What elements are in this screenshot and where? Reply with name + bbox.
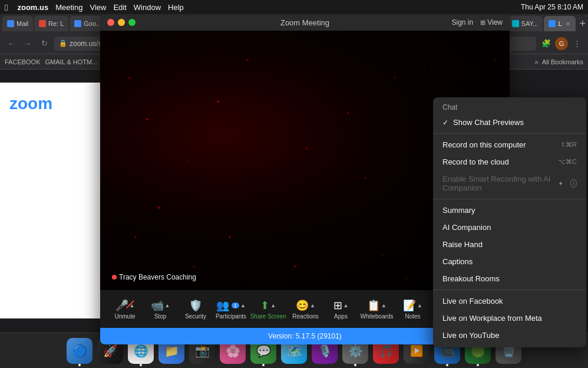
menu-show-chat-previews[interactable]: ✓ Show Chat Previews	[433, 114, 586, 131]
profile-icon[interactable]: G	[555, 37, 568, 50]
participants-chevron[interactable]: ▲	[240, 303, 246, 308]
menu-divider-1	[433, 133, 586, 134]
bookmark-gmail[interactable]: GMAIL & HOTM...	[45, 58, 98, 65]
notes-icon-row: 📝 ▲	[403, 299, 422, 312]
menu-view[interactable]: View	[90, 3, 106, 12]
share-screen-chevron[interactable]: ▲	[270, 303, 276, 308]
reactions-button[interactable]: 😊 ▲ Reactions	[288, 293, 323, 326]
participants-button[interactable]: 👥 1 ▲ Participants	[213, 293, 249, 326]
menu-divider-3	[433, 290, 586, 290]
dock-finder[interactable]: 🔵	[67, 338, 93, 364]
maximize-button[interactable]	[128, 19, 136, 26]
menu-ai-companion[interactable]: AI Companion	[433, 219, 586, 236]
apps-chevron[interactable]: ▲	[343, 303, 349, 308]
svg-point-13	[158, 206, 160, 209]
svg-point-20	[194, 266, 196, 268]
app-menu-zoomus[interactable]: zoom.us	[17, 3, 48, 12]
menu-meeting[interactable]: Meeting	[55, 3, 82, 12]
menu-raise-hand[interactable]: Raise Hand	[433, 236, 586, 253]
nav-forward[interactable]: →	[21, 37, 34, 50]
security-label: Security	[185, 313, 206, 320]
dock-finder-dot	[78, 364, 81, 366]
bookmark-facebook[interactable]: FACEBOOK	[5, 58, 41, 65]
all-bookmarks-link[interactable]: All Bookmarks	[542, 58, 583, 65]
menu-help[interactable]: Help	[168, 3, 184, 12]
apps-button[interactable]: ⊞ ▲ Apps	[323, 293, 359, 326]
close-button[interactable]	[107, 19, 114, 26]
svg-point-1	[170, 65, 171, 67]
svg-point-23	[135, 236, 137, 238]
whiteboards-button[interactable]: 📋 ▲ Whiteboards	[359, 293, 395, 326]
tab-mail[interactable]: Mail	[2, 16, 33, 31]
bookmark-gmail-label: GMAIL & HOTM...	[45, 58, 98, 65]
nav-back[interactable]: ←	[5, 37, 18, 50]
share-screen-icon: ⬆	[260, 299, 269, 312]
security-icon-row: 🛡️	[189, 299, 202, 312]
svg-point-22	[293, 265, 296, 268]
tab-l-active[interactable]: L ✕	[544, 16, 576, 31]
svg-point-5	[305, 147, 308, 150]
menubar-datetime: Thu Apr 25 8:10 AM	[521, 3, 583, 11]
stop-video-button[interactable]: 📹 ▲ Stop	[143, 293, 178, 326]
dock-zoom-dot	[446, 364, 448, 366]
menu-edit[interactable]: Edit	[113, 3, 126, 12]
zoom-window-title: Zoom Meeting	[280, 18, 329, 27]
svg-point-17	[229, 236, 231, 238]
browser-menu-icon[interactable]: ⋮	[570, 37, 583, 50]
menu-summary[interactable]: Summary	[433, 202, 586, 219]
unmute-button[interactable]: 🎤 ▲ Unmute	[107, 293, 143, 326]
minimize-button[interactable]	[118, 19, 125, 26]
menu-smart-recording: Enable Smart Recording with AI Companion…	[433, 170, 586, 196]
menu-divider-2	[433, 199, 586, 199]
share-screen-label: Share Screen	[250, 313, 286, 320]
stop-video-chevron[interactable]: ▲	[165, 303, 170, 308]
zoom-website-logo: zoom	[0, 83, 100, 119]
menu-record-computer[interactable]: Record on this computer ⇧⌘R	[433, 136, 586, 153]
mac-menubar-right: Thu Apr 25 8:10 AM	[521, 0, 583, 14]
expand-bookmarks-icon[interactable]: »	[535, 58, 539, 65]
notes-button[interactable]: 📝 ▲ Notes	[395, 293, 431, 326]
video-icon: 📹	[151, 299, 164, 312]
reactions-icon: 😊	[296, 299, 309, 312]
tab-rel[interactable]: Re: L	[34, 16, 68, 31]
version-text: Version: 5.17.5 (29101)	[268, 332, 342, 340]
menu-record-cloud[interactable]: Record to the cloud ⌥⌘C	[433, 153, 586, 170]
tab-close-icon[interactable]: ✕	[564, 20, 572, 27]
menu-breakout-rooms[interactable]: Breakout Rooms	[433, 270, 586, 287]
extensions-icon[interactable]: 🧩	[540, 37, 553, 50]
menu-live-facebook[interactable]: Live on Facebook	[433, 293, 586, 310]
security-button[interactable]: 🛡️ Security	[178, 293, 213, 326]
url-lock-icon: 🔒	[59, 40, 67, 47]
menu-live-workplace[interactable]: Live on Workplace from Meta	[433, 310, 586, 327]
new-tab-button[interactable]: +	[579, 18, 586, 30]
zoom-window-right-controls: Sign in ⊞ View	[452, 18, 503, 27]
zoom-sign-in[interactable]: Sign in	[452, 18, 474, 27]
menu-captions[interactable]: Captions	[433, 253, 586, 270]
reactions-label: Reactions	[292, 313, 318, 320]
share-screen-button[interactable]: ⬆ ▲ Share Screen	[249, 293, 288, 326]
stop-video-icon-row: 📹 ▲	[151, 299, 170, 312]
zoom-view-btn[interactable]: ⊞ View	[480, 18, 503, 27]
svg-point-7	[347, 113, 349, 114]
reactions-chevron[interactable]: ▲	[310, 303, 315, 308]
security-icon: 🛡️	[189, 299, 202, 312]
whiteboards-icon-row: 📋 ▲	[367, 299, 387, 312]
tab-say[interactable]: SAY...	[507, 16, 543, 31]
svg-point-26	[406, 278, 407, 279]
dock-messages-dot	[262, 364, 265, 366]
svg-point-4	[276, 83, 278, 84]
unmute-icon-row: 🎤 ▲	[115, 299, 135, 312]
shortcut-record-computer: ⇧⌘R	[560, 141, 577, 149]
menu-window[interactable]: Window	[134, 3, 161, 12]
notes-chevron[interactable]: ▲	[417, 303, 422, 308]
menu-live-youtube[interactable]: Live on YouTube	[433, 327, 586, 344]
whiteboards-chevron[interactable]: ▲	[381, 303, 387, 308]
apple-menu[interactable]: 	[5, 2, 8, 12]
mac-menubar-left:  zoom.us Meeting View Edit Window Help	[5, 2, 184, 12]
nav-refresh[interactable]: ↻	[38, 37, 51, 50]
browser-toolbar-right: 🧩 G ⋮	[540, 37, 583, 50]
whiteboards-icon: 📋	[367, 299, 380, 312]
apps-icon: ⊞	[333, 299, 342, 312]
participant-status-dot	[112, 275, 117, 280]
participant-name-label: Tracy Beavers Coaching	[107, 271, 201, 283]
